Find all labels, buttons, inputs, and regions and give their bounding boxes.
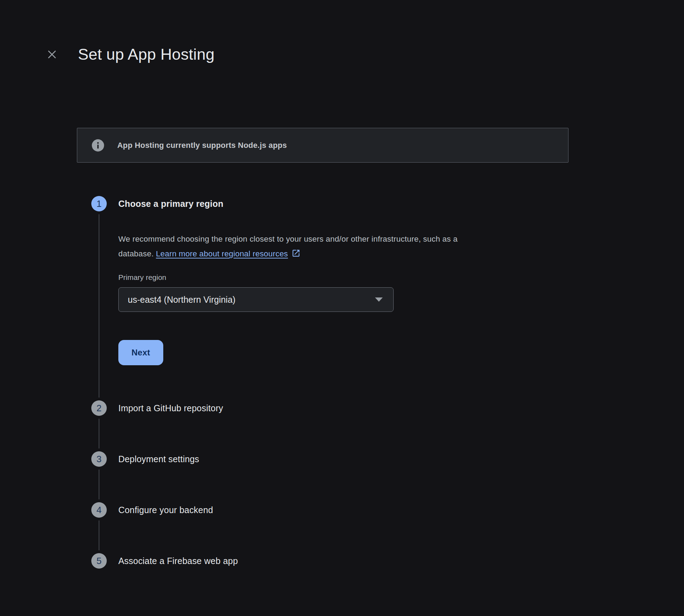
learn-more-link[interactable]: Learn more about regional resources (156, 249, 288, 258)
primary-region-select[interactable]: us-east4 (Northern Virginia) (118, 287, 394, 312)
step-3-header: 3 Deployment settings (91, 451, 562, 467)
step-2-badge: 2 (91, 400, 107, 416)
step-4-header: 4 Configure your backend (91, 502, 562, 518)
info-icon (91, 139, 105, 152)
step-5-badge: 5 (91, 553, 107, 569)
page-title: Set up App Hosting (78, 43, 215, 66)
step-1-header: 1 Choose a primary region (91, 196, 562, 211)
region-description-line2: database. Learn more about regional reso… (118, 247, 562, 261)
step-1-body: We recommend choosing the region closest… (118, 232, 562, 365)
setup-stepper: 1 Choose a primary region We recommend c… (91, 196, 562, 569)
external-link-icon (291, 248, 301, 257)
step-5-header: 5 Associate a Firebase web app (91, 553, 562, 569)
banner-text: App Hosting currently supports Node.js a… (117, 141, 287, 150)
step-2-title: Import a GitHub repository (118, 403, 223, 413)
step-associate-firebase-web-app: 5 Associate a Firebase web app (91, 553, 562, 569)
step-2-header: 2 Import a GitHub repository (91, 400, 562, 416)
region-description: We recommend choosing the region closest… (118, 232, 562, 261)
primary-region-value: us-east4 (Northern Virginia) (128, 295, 236, 305)
step-configure-your-backend: 4 Configure your backend (91, 502, 562, 553)
step-1-title: Choose a primary region (118, 199, 223, 209)
close-icon[interactable] (44, 47, 60, 62)
step-4-badge: 4 (91, 502, 107, 518)
region-description-line2-prefix: database. (118, 249, 156, 258)
step-deployment-settings: 3 Deployment settings (91, 451, 562, 502)
step-3-badge: 3 (91, 451, 107, 467)
titlebar: Set up App Hosting (44, 43, 215, 66)
step-5-title: Associate a Firebase web app (118, 556, 238, 566)
dropdown-arrow-icon (375, 297, 383, 302)
next-button[interactable]: Next (118, 340, 163, 365)
step-3-title: Deployment settings (118, 454, 199, 464)
step-choose-primary-region: 1 Choose a primary region We recommend c… (91, 196, 562, 400)
info-banner: App Hosting currently supports Node.js a… (77, 128, 568, 163)
step-4-title: Configure your backend (118, 505, 213, 515)
app-hosting-setup-page: Set up App Hosting App Hosting currently… (0, 0, 684, 616)
primary-region-label: Primary region (118, 273, 562, 282)
step-import-github-repository: 2 Import a GitHub repository (91, 400, 562, 451)
step-1-badge: 1 (91, 196, 107, 211)
region-description-line1: We recommend choosing the region closest… (118, 232, 562, 247)
